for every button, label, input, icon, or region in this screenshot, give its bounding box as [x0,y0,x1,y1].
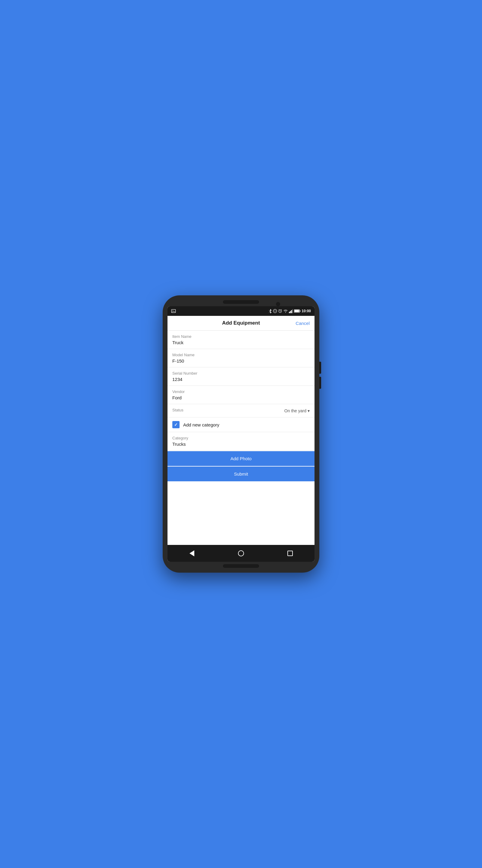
signal-icon [289,309,293,313]
serial-number-field[interactable]: Serial Number 1234 [167,367,315,386]
image-icon [171,309,176,313]
model-name-label: Model Name [172,352,310,357]
home-nav-button[interactable] [235,547,247,559]
item-name-field[interactable]: Item Name Truck [167,331,315,349]
alarm-icon [278,309,282,313]
bluetooth-icon [268,309,272,313]
status-bar-right: 10:00 [268,309,311,313]
status-field[interactable]: Status On the yard ▾ [167,404,315,417]
form-scroll-area: Item Name Truck Model Name F-150 Serial … [167,331,315,545]
svg-line-8 [280,311,281,312]
svg-point-1 [172,310,173,311]
status-dropdown[interactable]: On the yard ▾ [284,408,310,413]
phone-speaker-bottom [223,564,259,568]
status-bar-left [171,309,176,313]
category-value: Trucks [172,441,310,447]
submit-button[interactable]: Submit [167,467,315,481]
page-title: Add Equipment [222,320,260,326]
checkbox-add-category[interactable]: ✓ [172,421,180,428]
svg-rect-16 [300,310,300,312]
vendor-field[interactable]: Vendor Ford [167,386,315,404]
back-icon [190,550,194,556]
status-bar: 10:00 [167,306,315,316]
add-category-label: Add new category [183,422,219,427]
serial-number-label: Serial Number [172,371,310,375]
recents-nav-button[interactable] [284,547,296,559]
phone-camera [276,302,280,306]
category-label: Category [172,436,310,440]
back-nav-button[interactable] [186,547,198,559]
phone-screen: 10:00 Add Equipment Cancel Item Name Tru… [167,306,315,562]
svg-line-9 [279,310,280,310]
phone-device: 10:00 Add Equipment Cancel Item Name Tru… [163,296,319,572]
item-name-label: Item Name [172,334,310,339]
app-content: Add Equipment Cancel Item Name Truck Mod… [167,316,315,545]
add-photo-button[interactable]: Add Photo [167,451,315,466]
navigation-bar [167,545,315,562]
svg-rect-14 [292,309,293,313]
vendor-label: Vendor [172,390,310,394]
item-name-value: Truck [172,340,310,345]
svg-rect-11 [289,312,290,313]
mute-icon [273,309,277,313]
volume-down-button[interactable] [319,377,321,389]
status-time: 10:00 [301,309,311,313]
model-name-value: F-150 [172,358,310,364]
app-header: Add Equipment Cancel [167,316,315,331]
model-name-field[interactable]: Model Name F-150 [167,349,315,367]
svg-rect-17 [294,310,299,312]
recents-icon [287,551,293,556]
svg-rect-13 [291,310,292,313]
serial-number-value: 1234 [172,377,310,382]
category-field[interactable]: Category Trucks [167,432,315,451]
vendor-value: Ford [172,395,310,400]
chevron-down-icon: ▾ [308,408,310,413]
cancel-button[interactable]: Cancel [295,321,310,326]
wifi-icon [283,309,288,313]
battery-icon [294,309,301,313]
add-category-row[interactable]: ✓ Add new category [167,417,315,432]
status-value: On the yard [284,408,307,413]
phone-speaker-top [223,300,259,304]
svg-line-10 [281,310,282,310]
volume-up-button[interactable] [319,362,321,374]
svg-rect-12 [290,311,291,313]
checkmark-icon: ✓ [174,422,178,427]
status-label: Status [172,408,184,412]
home-icon [238,550,244,556]
